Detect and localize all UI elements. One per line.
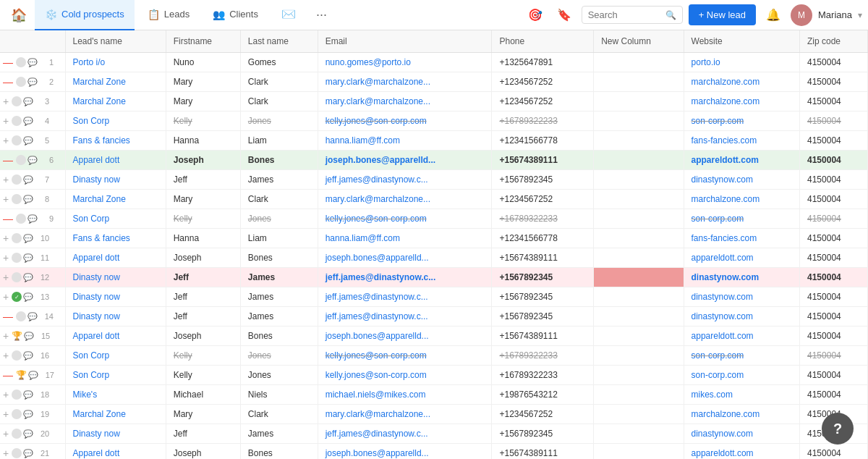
lead-name-link[interactable]: Apparel dott bbox=[73, 331, 120, 341]
chat-icon-inactive[interactable]: 💬 bbox=[23, 117, 33, 126]
add-icon[interactable]: + bbox=[3, 350, 9, 361]
chat-icon[interactable]: 💬 bbox=[23, 195, 33, 204]
email-link[interactable]: hanna.liam@ff.com bbox=[326, 233, 400, 243]
chat-icon-inactive[interactable]: 💬 bbox=[23, 390, 33, 400]
add-icon[interactable]: + bbox=[3, 408, 9, 420]
col-website[interactable]: Website bbox=[684, 30, 799, 53]
home-button[interactable]: 🏠 bbox=[6, 2, 32, 28]
lead-name-link[interactable]: Fans & fancies bbox=[73, 233, 130, 243]
tab-clients[interactable]: 👥 Clients bbox=[203, 0, 268, 30]
chat-icon-inactive[interactable]: 💬 bbox=[23, 449, 33, 458]
notification-bell-button[interactable]: 🔔 bbox=[762, 4, 785, 27]
add-icon[interactable]: + bbox=[3, 428, 9, 439]
lead-name-link[interactable]: Apparel dott bbox=[73, 155, 120, 165]
website-link[interactable]: mikes.com bbox=[692, 389, 733, 400]
email-link[interactable]: kelly.jones@son-corp.com bbox=[326, 350, 427, 361]
email-link[interactable]: kelly.jones@son-corp.com bbox=[326, 214, 427, 224]
website-link[interactable]: marchalzone.com bbox=[692, 409, 760, 419]
add-icon[interactable]: + bbox=[3, 193, 9, 205]
col-new-column[interactable]: New Column bbox=[594, 30, 684, 53]
remove-icon[interactable]: — bbox=[3, 154, 13, 166]
lead-name-link[interactable]: Son Corp bbox=[73, 350, 110, 361]
website-link[interactable]: appareldott.com bbox=[692, 331, 754, 341]
email-link[interactable]: jeff.james@dinastynow.c... bbox=[326, 174, 428, 185]
chat-icon-inactive[interactable]: 💬 bbox=[23, 292, 33, 302]
email-link[interactable]: jeff.james@dinastynow.c... bbox=[326, 272, 436, 282]
target-icon-button[interactable]: 🎯 bbox=[524, 4, 547, 27]
remove-icon[interactable]: — bbox=[3, 56, 13, 68]
lead-name-link[interactable]: Fans & fancies bbox=[73, 135, 130, 146]
lead-name-link[interactable]: Dinasty now bbox=[73, 429, 120, 439]
website-link[interactable]: fans-fancies.com bbox=[692, 135, 757, 146]
add-icon[interactable]: + bbox=[3, 291, 9, 303]
lead-name-link[interactable]: Dinasty now bbox=[73, 292, 120, 302]
chat-icon-inactive[interactable]: 💬 bbox=[23, 273, 33, 282]
user-name[interactable]: Mariana bbox=[818, 9, 852, 20]
chat-icon[interactable]: 💬 bbox=[27, 77, 38, 87]
lead-name-link[interactable]: Marchal Zone bbox=[73, 96, 126, 106]
chat-icon[interactable]: 💬 bbox=[28, 371, 38, 380]
email-link[interactable]: michael.niels@mikes.com bbox=[326, 389, 426, 400]
email-link[interactable]: mary.clark@marchalzone... bbox=[326, 77, 430, 87]
chat-icon-inactive[interactable]: 💬 bbox=[23, 429, 33, 439]
email-link[interactable]: joseph.bones@apparelld... bbox=[326, 155, 435, 165]
lead-name-link[interactable]: Marchal Zone bbox=[73, 194, 126, 204]
lead-name-link[interactable]: Marchal Zone bbox=[73, 409, 126, 419]
tab-cold-prospects[interactable]: ❄️ Cold prospects bbox=[35, 0, 135, 30]
chat-icon[interactable]: 💬 bbox=[23, 234, 33, 243]
add-icon[interactable]: + bbox=[3, 135, 9, 146]
tab-email[interactable]: ✉️ bbox=[271, 0, 306, 30]
remove-icon[interactable]: — bbox=[3, 369, 13, 381]
chat-icon[interactable]: 💬 bbox=[23, 136, 33, 146]
email-link[interactable]: mary.clark@marchalzone... bbox=[326, 409, 430, 419]
new-lead-button[interactable]: + New lead bbox=[689, 4, 756, 25]
chat-icon-inactive[interactable]: 💬 bbox=[23, 253, 33, 263]
lead-name-link[interactable]: Apparel dott bbox=[73, 448, 120, 458]
website-link[interactable]: fans-fancies.com bbox=[692, 233, 757, 243]
lead-name-link[interactable]: Dinasty now bbox=[73, 174, 120, 185]
col-email[interactable]: Email bbox=[318, 30, 492, 53]
email-link[interactable]: jeff.james@dinastynow.c... bbox=[326, 311, 428, 321]
chat-icon[interactable]: 💬 bbox=[24, 332, 34, 341]
email-link[interactable]: joseph.bones@apparelld... bbox=[326, 253, 429, 263]
email-link[interactable]: jeff.james@dinastynow.c... bbox=[326, 429, 428, 439]
website-link[interactable]: marchalzone.com bbox=[692, 96, 760, 106]
lead-name-link[interactable]: Dinasty now bbox=[73, 311, 120, 321]
add-icon[interactable]: + bbox=[3, 232, 9, 244]
email-link[interactable]: mary.clark@marchalzone... bbox=[326, 194, 430, 204]
col-lead-name[interactable]: Lead's name bbox=[65, 30, 166, 53]
add-icon[interactable]: + bbox=[3, 252, 9, 264]
email-link[interactable]: joseph.bones@apparelld... bbox=[326, 448, 429, 458]
lead-name-link[interactable]: Porto i/o bbox=[73, 57, 106, 67]
add-icon[interactable]: + bbox=[3, 96, 9, 107]
more-tabs-button[interactable]: ··· bbox=[309, 7, 334, 22]
lead-name-link[interactable]: Marchal Zone bbox=[73, 77, 126, 87]
chat-icon-inactive[interactable]: 💬 bbox=[27, 214, 38, 224]
user-avatar[interactable]: M bbox=[791, 4, 812, 26]
lead-name-link[interactable]: Son Corp bbox=[73, 116, 110, 126]
lead-name-link[interactable]: Son Corp bbox=[73, 214, 110, 224]
website-link[interactable]: appareldott.com bbox=[692, 253, 754, 263]
email-link[interactable]: kelly.jones@son-corp.com bbox=[326, 116, 427, 126]
add-icon[interactable]: + bbox=[3, 330, 9, 342]
website-link[interactable]: marchalzone.com bbox=[692, 194, 760, 204]
lead-name-link[interactable]: Apparel dott bbox=[73, 253, 120, 263]
website-link[interactable]: porto.io bbox=[692, 57, 720, 67]
col-lastname[interactable]: Last name bbox=[240, 30, 318, 53]
chat-icon[interactable]: 💬 bbox=[27, 312, 38, 321]
website-link[interactable]: son-corp.com bbox=[692, 214, 744, 224]
website-link[interactable]: marchalzone.com bbox=[692, 77, 760, 87]
email-link[interactable]: nuno.gomes@porto.io bbox=[326, 57, 411, 67]
user-dropdown-chevron[interactable]: ▾ bbox=[858, 10, 862, 20]
bookmark-icon-button[interactable]: 🔖 bbox=[553, 4, 576, 27]
col-zip[interactable]: Zip code bbox=[800, 30, 868, 53]
chat-icon[interactable]: 💬 bbox=[23, 175, 33, 185]
tab-leads[interactable]: 📋 Leads bbox=[137, 0, 200, 30]
add-icon[interactable]: + bbox=[3, 271, 9, 283]
email-link[interactable]: hanna.liam@ff.com bbox=[326, 135, 400, 146]
website-link[interactable]: appareldott.com bbox=[692, 448, 754, 458]
chat-icon[interactable]: 💬 bbox=[23, 97, 33, 106]
lead-name-link[interactable]: Mike's bbox=[73, 389, 98, 400]
search-input[interactable] bbox=[588, 9, 661, 20]
add-icon[interactable]: + bbox=[3, 447, 9, 459]
